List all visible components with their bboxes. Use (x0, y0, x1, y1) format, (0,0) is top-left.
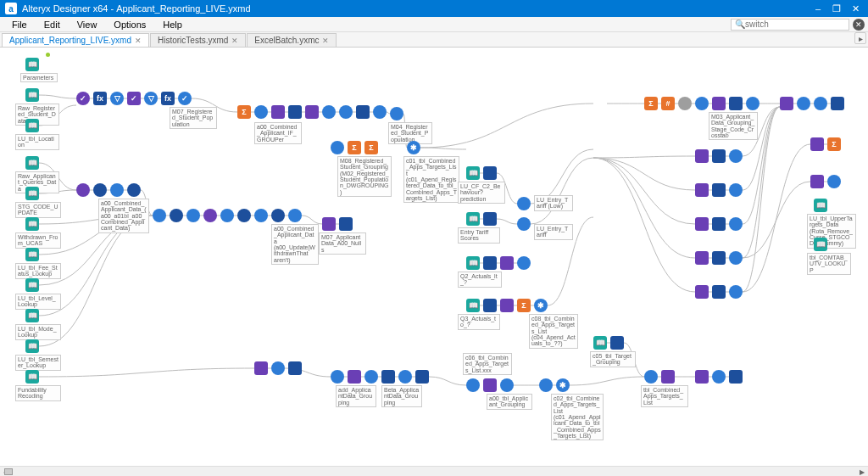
tool-node[interactable] (483, 212, 497, 226)
tool-node[interactable] (610, 336, 624, 350)
tool-node[interactable]: 📖 (814, 238, 827, 251)
tool-node[interactable] (644, 370, 658, 384)
tool-node[interactable] (729, 97, 743, 110)
tool-node[interactable] (288, 361, 302, 375)
tool-node[interactable] (729, 251, 743, 265)
menu-options[interactable]: Options (105, 18, 154, 31)
tool-node[interactable]: ▽ (110, 92, 124, 105)
tool-node[interactable]: ▽ (144, 92, 158, 105)
tool-node[interactable]: 📖 (25, 58, 39, 71)
tool-node[interactable] (466, 378, 480, 392)
maximize-button[interactable]: ❐ (829, 3, 844, 14)
tool-node[interactable] (729, 149, 743, 163)
menu-edit[interactable]: Edit (36, 18, 69, 31)
tool-node[interactable] (390, 107, 403, 120)
tool-node[interactable] (712, 217, 726, 231)
tool-node[interactable] (483, 378, 497, 392)
menu-help[interactable]: Help (154, 18, 191, 31)
tool-node[interactable] (712, 251, 726, 265)
tool-node[interactable] (500, 256, 514, 270)
tab-close-icon[interactable]: ✕ (322, 36, 329, 45)
tool-node[interactable] (331, 370, 344, 384)
tool-node[interactable] (305, 105, 319, 119)
tool-node[interactable] (539, 378, 553, 392)
tool-node[interactable] (695, 149, 709, 163)
tool-node[interactable]: 📖 (466, 299, 480, 312)
tool-node[interactable] (517, 256, 531, 270)
tool-node[interactable] (373, 105, 387, 119)
tool-node[interactable] (517, 197, 531, 210)
tool-node[interactable] (339, 217, 353, 231)
tool-node[interactable] (810, 175, 824, 188)
tool-node[interactable] (500, 378, 514, 392)
tool-node[interactable]: Σ (348, 141, 361, 154)
tool-node[interactable]: 📖 (25, 119, 39, 132)
tool-node[interactable] (712, 97, 726, 110)
tool-node[interactable]: Σ (364, 141, 378, 154)
tool-node[interactable] (500, 299, 514, 312)
tool-node[interactable]: 📖 (466, 212, 480, 226)
tool-node[interactable] (729, 370, 743, 384)
tool-node[interactable] (831, 97, 844, 110)
tool-node[interactable] (271, 105, 285, 119)
tool-node[interactable] (517, 217, 531, 231)
tool-node[interactable]: # (661, 97, 675, 110)
tool-node[interactable] (415, 370, 429, 384)
tool-node[interactable]: 📖 (25, 370, 39, 384)
h-scrollbar[interactable]: ◀ ▶ (0, 466, 868, 476)
tool-node[interactable] (483, 256, 497, 270)
tool-node[interactable] (695, 217, 709, 231)
tool-node[interactable]: 📖 (25, 339, 39, 353)
tool-node[interactable]: ✓ (178, 92, 192, 105)
tool-node[interactable] (322, 105, 336, 119)
tool-node[interactable] (220, 209, 234, 222)
tool-node[interactable] (814, 97, 827, 110)
tool-node[interactable]: ✱ (556, 378, 570, 392)
tool-node[interactable]: 📖 (25, 278, 39, 292)
tool-node[interactable] (271, 209, 285, 222)
tool-node[interactable]: 📖 (25, 309, 39, 322)
workflow-canvas[interactable]: 📖Parameters📖Raw_Registered_Student_Data📖… (0, 48, 868, 461)
tool-node[interactable] (170, 209, 183, 222)
tool-node[interactable] (780, 97, 793, 110)
error-badge-icon[interactable]: ✕ (853, 19, 865, 31)
tool-node[interactable] (288, 209, 302, 222)
tool-node[interactable] (678, 97, 692, 110)
tool-node[interactable] (695, 251, 709, 265)
tool-node[interactable]: 📖 (466, 166, 480, 180)
tool-node[interactable] (203, 209, 217, 222)
tool-node[interactable] (186, 209, 200, 222)
tab-2[interactable]: ExcelBatch.yxmc✕ (247, 33, 337, 47)
tool-node[interactable]: 📖 (25, 248, 39, 261)
tool-node[interactable] (153, 209, 166, 222)
tool-node[interactable] (288, 105, 302, 119)
tool-node[interactable] (322, 217, 336, 231)
tool-node[interactable] (827, 175, 841, 188)
tool-node[interactable] (93, 183, 107, 197)
search-box[interactable]: 🔍 (731, 19, 849, 31)
tool-node[interactable] (729, 183, 743, 197)
tool-node[interactable] (712, 285, 726, 299)
tool-node[interactable]: Σ (644, 97, 658, 110)
tool-node[interactable] (695, 183, 709, 197)
close-button[interactable]: ✕ (848, 3, 863, 14)
tool-node[interactable] (695, 285, 709, 299)
tool-node[interactable] (810, 137, 824, 151)
tool-node[interactable] (729, 285, 743, 299)
tool-node[interactable] (356, 105, 370, 119)
tool-node[interactable] (76, 183, 90, 197)
tab-0[interactable]: Applicant_Reporting_LIVE.yxmd✕ (2, 33, 149, 47)
tool-node[interactable] (695, 97, 709, 110)
tool-node[interactable]: 📖 (25, 217, 39, 231)
tool-node[interactable] (797, 97, 810, 110)
tool-node[interactable] (712, 149, 726, 163)
tab-close-icon[interactable]: ✕ (135, 36, 142, 45)
menu-view[interactable]: View (69, 18, 106, 31)
tool-node[interactable]: ✓ (76, 92, 90, 105)
tool-node[interactable]: 📖 (25, 156, 39, 170)
tool-node[interactable] (237, 209, 251, 222)
tool-node[interactable] (254, 361, 268, 375)
tool-node[interactable]: 📖 (593, 336, 607, 350)
tool-node[interactable]: fx (93, 92, 107, 105)
tool-node[interactable] (339, 105, 353, 119)
